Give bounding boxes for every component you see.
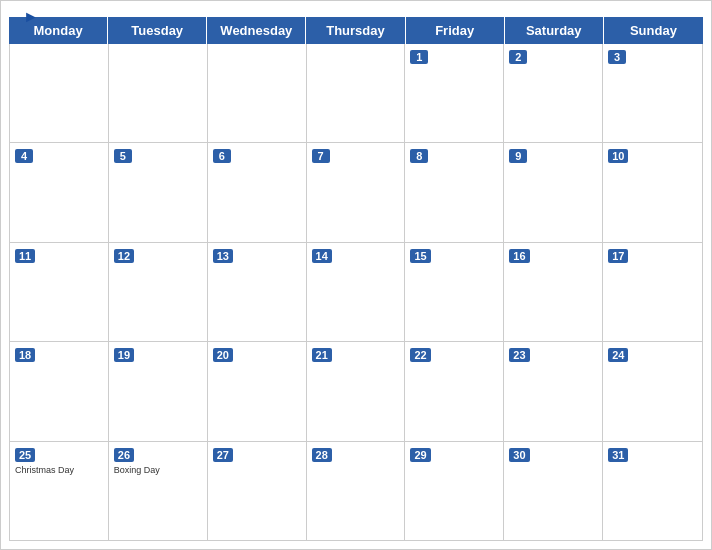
day-cell: 31: [603, 442, 702, 540]
logo-bird-icon: ►: [23, 9, 39, 25]
day-cell: 18: [10, 342, 109, 440]
day-cell: 4: [10, 143, 109, 241]
day-header-thursday: Thursday: [306, 17, 405, 44]
day-cell: 1: [405, 44, 504, 142]
day-number: 3: [608, 50, 626, 64]
day-number: 29: [410, 448, 430, 462]
day-cell: 7: [307, 143, 406, 241]
day-number: 27: [213, 448, 233, 462]
day-cell: 25Christmas Day: [10, 442, 109, 540]
logo: ►: [21, 9, 39, 25]
day-number: 6: [213, 149, 231, 163]
day-cell: [10, 44, 109, 142]
day-cell: 12: [109, 243, 208, 341]
day-cell: 3: [603, 44, 702, 142]
day-number: 31: [608, 448, 628, 462]
day-number: 23: [509, 348, 529, 362]
day-number: 12: [114, 249, 134, 263]
calendar-header: ►: [1, 1, 711, 17]
day-cell: 10: [603, 143, 702, 241]
day-cell: 23: [504, 342, 603, 440]
day-cell: 29: [405, 442, 504, 540]
day-number: 15: [410, 249, 430, 263]
day-header-friday: Friday: [406, 17, 505, 44]
day-number: 25: [15, 448, 35, 462]
week-row-2: 45678910: [10, 143, 702, 242]
day-number: 17: [608, 249, 628, 263]
day-cell: 30: [504, 442, 603, 540]
day-number: 13: [213, 249, 233, 263]
calendar-grid: MondayTuesdayWednesdayThursdayFridaySatu…: [1, 17, 711, 549]
day-number: 9: [509, 149, 527, 163]
day-cell: 28: [307, 442, 406, 540]
day-number: 10: [608, 149, 628, 163]
day-cell: 15: [405, 243, 504, 341]
day-number: 28: [312, 448, 332, 462]
day-cell: 11: [10, 243, 109, 341]
day-cell: 13: [208, 243, 307, 341]
day-number: 19: [114, 348, 134, 362]
day-cell: 22: [405, 342, 504, 440]
day-number: 24: [608, 348, 628, 362]
day-number: 20: [213, 348, 233, 362]
week-row-4: 18192021222324: [10, 342, 702, 441]
day-number: 4: [15, 149, 33, 163]
day-headers-row: MondayTuesdayWednesdayThursdayFridaySatu…: [9, 17, 703, 44]
week-row-3: 11121314151617: [10, 243, 702, 342]
day-header-tuesday: Tuesday: [108, 17, 207, 44]
day-number: 2: [509, 50, 527, 64]
day-header-sunday: Sunday: [604, 17, 703, 44]
day-cell: 21: [307, 342, 406, 440]
day-number: 30: [509, 448, 529, 462]
day-cell: 2: [504, 44, 603, 142]
day-cell: 16: [504, 243, 603, 341]
day-cell: 5: [109, 143, 208, 241]
calendar-wrapper: ► MondayTuesdayWednesdayThursdayFridaySa…: [0, 0, 712, 550]
day-header-wednesday: Wednesday: [207, 17, 306, 44]
holiday-label: Boxing Day: [114, 465, 202, 476]
day-number: 21: [312, 348, 332, 362]
day-cell: [109, 44, 208, 142]
day-number: 8: [410, 149, 428, 163]
day-header-saturday: Saturday: [505, 17, 604, 44]
day-number: 11: [15, 249, 35, 263]
day-number: 14: [312, 249, 332, 263]
day-cell: 20: [208, 342, 307, 440]
day-cell: 14: [307, 243, 406, 341]
day-cell: 24: [603, 342, 702, 440]
day-number: 26: [114, 448, 134, 462]
day-cell: 8: [405, 143, 504, 241]
weeks-container: 1234567891011121314151617181920212223242…: [9, 44, 703, 541]
day-cell: [307, 44, 406, 142]
day-cell: 6: [208, 143, 307, 241]
day-cell: 9: [504, 143, 603, 241]
day-cell: 19: [109, 342, 208, 440]
holiday-label: Christmas Day: [15, 465, 103, 476]
week-row-1: 123: [10, 44, 702, 143]
day-number: 7: [312, 149, 330, 163]
day-number: 16: [509, 249, 529, 263]
day-number: 22: [410, 348, 430, 362]
day-cell: 27: [208, 442, 307, 540]
day-cell: 17: [603, 243, 702, 341]
day-number: 5: [114, 149, 132, 163]
week-row-5: 25Christmas Day26Boxing Day2728293031: [10, 442, 702, 540]
day-number: 18: [15, 348, 35, 362]
day-number: 1: [410, 50, 428, 64]
day-cell: 26Boxing Day: [109, 442, 208, 540]
day-cell: [208, 44, 307, 142]
